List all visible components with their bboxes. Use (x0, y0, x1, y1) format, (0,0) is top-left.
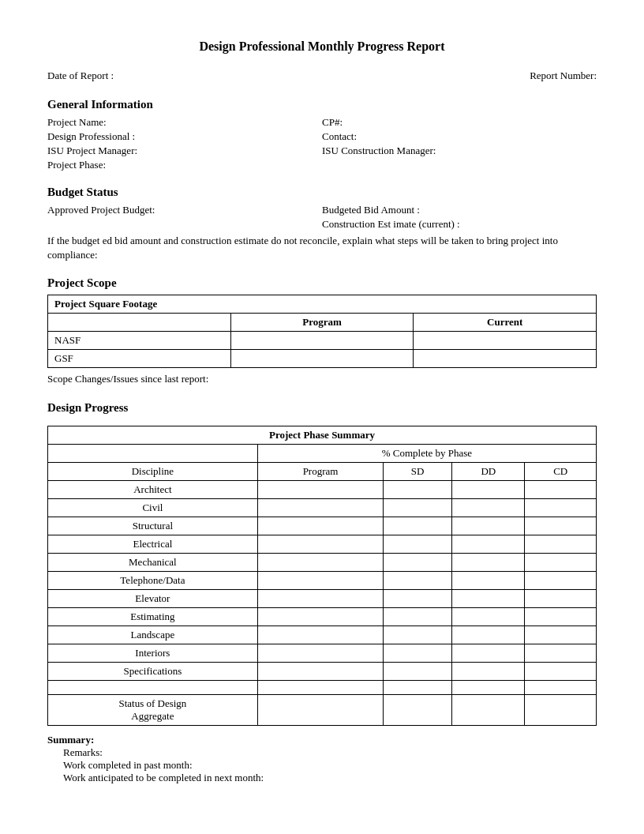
budget-status-section: Budget Status Approved Project Budget: B… (47, 186, 597, 262)
discipline-cell: Telephone/Data (48, 572, 258, 590)
discipline-row: Elevator (48, 590, 597, 608)
discipline-cell: Mechanical (48, 554, 258, 572)
project-scope-heading: Project Scope (47, 276, 597, 290)
dd-cell (452, 608, 525, 626)
design-professional-label: Design Professional : (47, 130, 135, 143)
dd-cell (452, 644, 525, 663)
gsf-program-value (230, 350, 414, 368)
col-dd: DD (452, 463, 525, 481)
construction-est-label: Construction Est imate (current) : (322, 218, 597, 231)
phase-table: Project Phase Summary % Complete by Phas… (47, 426, 597, 726)
construction-manager-row: ISU Construction Manager: (322, 145, 597, 157)
cd-cell (525, 481, 597, 499)
cp-label: CP#: (322, 116, 343, 129)
dd-cell (452, 626, 525, 644)
scope-changes-label: Scope Changes/Issues since last report: (47, 373, 597, 385)
status-value-cell (452, 695, 525, 726)
nasf-label: NASF (48, 332, 231, 350)
cd-cell (525, 663, 597, 681)
cd-cell (525, 499, 597, 517)
gsf-current-value (414, 350, 597, 368)
cd-cell (525, 608, 597, 626)
summary-heading: Summary: (47, 734, 597, 746)
summary-section: Summary: Remarks: Work completed in past… (47, 734, 597, 784)
col-cd: CD (525, 463, 597, 481)
contact-row: Contact: (322, 130, 597, 143)
scope-row-nasf: NASF (48, 332, 597, 350)
program-cell (257, 663, 384, 681)
remarks-item: Remarks: (63, 746, 597, 759)
project-name-row: Project Name: (47, 116, 322, 129)
header-row: Date of Report : Report Number: (47, 70, 597, 82)
col-sd: SD (384, 463, 452, 481)
sd-cell (384, 663, 452, 681)
program-cell (257, 590, 384, 608)
cd-cell (525, 626, 597, 644)
dd-cell (452, 663, 525, 681)
design-progress-section: Design Progress Project Phase Summary % … (47, 401, 597, 784)
page-title: Design Professional Monthly Progress Rep… (47, 39, 597, 54)
scope-col-empty (48, 314, 231, 332)
sd-cell (384, 572, 452, 590)
scope-table-main-header: Project Square Footage (48, 295, 597, 314)
budgeted-bid-label: Budgeted Bid Amount : (322, 204, 597, 216)
dd-cell (452, 499, 525, 517)
sd-cell (384, 590, 452, 608)
program-cell (257, 572, 384, 590)
dd-cell (452, 535, 525, 554)
project-phase-label: Project Phase: (47, 159, 106, 171)
sd-cell (384, 499, 452, 517)
work-completed-item: Work completed in past month: (63, 759, 597, 772)
sd-cell (384, 517, 452, 535)
discipline-cell: Electrical (48, 535, 258, 554)
cd-cell (525, 535, 597, 554)
cd-cell (525, 554, 597, 572)
project-phase-row: Project Phase: (47, 159, 322, 171)
dd-cell (452, 590, 525, 608)
discipline-row: Telephone/Data (48, 572, 597, 590)
program-cell (257, 499, 384, 517)
dd-cell (452, 554, 525, 572)
status-value-cell (384, 695, 452, 726)
discipline-cell: Elevator (48, 590, 258, 608)
general-information-section: General Information Project Name: CP#: D… (47, 98, 597, 171)
col-program: Program (257, 463, 384, 481)
general-info-grid: Project Name: CP#: Design Professional :… (47, 116, 597, 171)
discipline-cell: Civil (48, 499, 258, 517)
discipline-row: Civil (48, 499, 597, 517)
scope-table: Project Square Footage Program Current N… (47, 295, 597, 368)
discipline-row: Architect (48, 481, 597, 499)
dd-cell (452, 517, 525, 535)
discipline-cell: Architect (48, 481, 258, 499)
isu-manager-row: ISU Project Manager: (47, 145, 322, 157)
approved-budget-label: Approved Project Budget: (47, 204, 322, 231)
sd-cell (384, 481, 452, 499)
discipline-cell: Estimating (48, 608, 258, 626)
discipline-cell: Landscape (48, 626, 258, 644)
phase-empty-header (48, 445, 258, 463)
program-cell (257, 535, 384, 554)
scope-col-current: Current (414, 314, 597, 332)
general-info-heading: General Information (47, 98, 597, 111)
dd-cell (452, 572, 525, 590)
nasf-current-value (414, 332, 597, 350)
discipline-cell: Interiors (48, 644, 258, 663)
cd-cell (525, 590, 597, 608)
program-cell (257, 644, 384, 663)
discipline-row: Specifications (48, 663, 597, 681)
program-cell (257, 517, 384, 535)
status-value-cell (257, 695, 384, 726)
budget-note: If the budget ed bid amount and construc… (47, 234, 597, 262)
col-discipline: Discipline (48, 463, 258, 481)
program-cell (257, 481, 384, 499)
program-cell (257, 554, 384, 572)
design-progress-heading: Design Progress (47, 401, 597, 415)
status-value-cell (525, 695, 597, 726)
cp-row: CP#: (322, 116, 597, 129)
discipline-row: Electrical (48, 535, 597, 554)
program-cell (257, 608, 384, 626)
cd-cell (525, 644, 597, 663)
status-design-row: Status of DesignAggregate (48, 695, 597, 726)
report-number-label: Report Number: (530, 70, 597, 82)
discipline-row: Structural (48, 517, 597, 535)
